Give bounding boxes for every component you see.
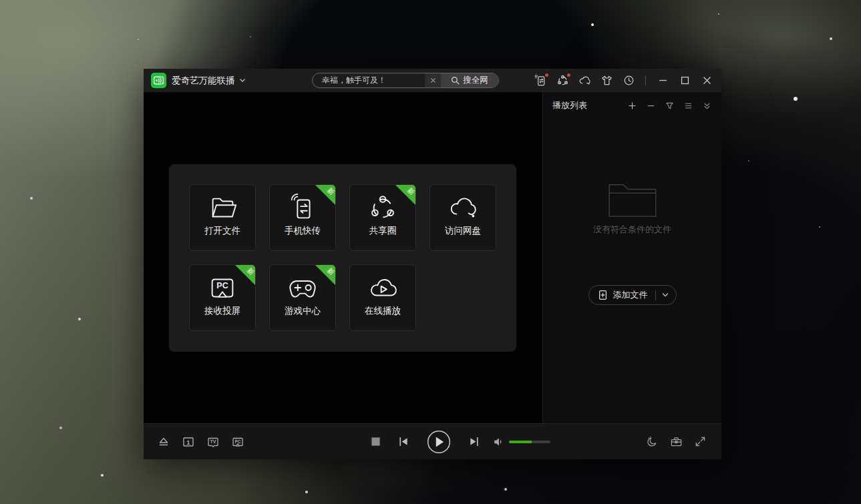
search-clear-button[interactable] [425,73,441,87]
next-button[interactable] [468,435,481,448]
app-logo [151,73,166,88]
tile-label: 在线播放 [365,305,401,317]
volume-icon [492,436,504,448]
new-badge-text: 新 [405,186,416,198]
close-button[interactable] [700,74,713,87]
tile-phone-transfer[interactable]: 新 手机快传 [269,184,336,251]
search-button[interactable]: 搜全网 [441,73,498,87]
empty-folder-icon [607,180,659,218]
chevron-down-icon[interactable] [661,292,669,298]
phone-transfer-icon [287,192,318,223]
close-icon [430,77,436,83]
new-badge-text: 新 [325,266,336,278]
playlist-listmode-button[interactable] [683,101,693,111]
svg-text:PC: PC [234,439,240,443]
tv-cast-icon: TV [206,435,220,449]
playlist-panel: 播放列表 [542,92,721,424]
search-input[interactable]: 幸福，触手可及！ [313,73,441,87]
toolbox-icon [670,435,683,448]
pc-cast-icon: PC [231,435,244,449]
play-button[interactable] [426,429,452,455]
new-badge-text: 新 [245,266,256,278]
filter-funnel-icon [665,101,674,110]
tile-label: 访问网盘 [445,225,481,237]
window-body: 打开文件 新 手机快传 [144,92,721,424]
list-icon [684,101,693,110]
playlist-add-button[interactable] [627,101,637,111]
stop-button[interactable] [371,437,381,447]
playlist-collapse-button[interactable] [702,101,712,111]
history-clock-icon [623,74,635,87]
play-icon [426,429,452,455]
gamepad-icon [287,272,318,303]
night-mode-button[interactable] [646,435,659,448]
volume-slider[interactable] [509,441,550,443]
stop-icon [371,437,381,447]
next-track-icon [468,435,481,448]
notification-dot [567,73,570,77]
tile-label: 共享圈 [369,225,397,237]
titlebar: 爱奇艺万能联播 幸福，触手可及！ [144,69,721,92]
skin-button[interactable] [600,74,613,87]
tile-open-file[interactable]: 打开文件 [189,184,256,251]
tv-cast-button[interactable]: TV [206,435,220,449]
maximize-button[interactable] [678,74,691,87]
controls-left: 1 TV PC [157,424,244,459]
phone-transfer-button[interactable] [534,74,547,87]
app-logo-icon [153,75,164,86]
tile-game-center[interactable]: 新 游戏中心 [269,264,336,331]
minimize-button[interactable] [656,74,669,87]
app-title: 爱奇艺万能联播 [172,75,235,87]
history-button[interactable] [622,74,635,87]
add-file-button[interactable]: 添加文件 [588,285,677,305]
pc-cast-icon: PC [207,272,238,303]
new-badge: 新 [315,264,336,286]
app-title-menu[interactable]: 爱奇艺万能联播 [172,69,246,92]
playlist-title: 播放列表 [552,99,587,111]
minus-icon [647,101,655,110]
desktop-wallpaper: 爱奇艺万能联播 幸福，触手可及！ [0,0,861,504]
playback-speed-button[interactable]: 1 [182,435,195,449]
cloud-play-icon [367,272,398,303]
share-circle-button[interactable] [556,74,569,87]
previous-button[interactable] [397,435,409,448]
cloud-drive-button[interactable] [578,74,591,87]
search-placeholder: 幸福，触手可及！ [322,75,425,86]
tile-label: 打开文件 [204,225,240,237]
tile-receive-cast[interactable]: PC 新 接收投屏 [189,264,256,331]
transport-controls [371,424,550,459]
fullscreen-button[interactable] [694,435,707,448]
search-button-label: 搜全网 [463,75,488,86]
plus-icon [628,101,637,110]
tile-online-play[interactable]: 在线播放 [349,264,416,331]
skin-tshirt-icon [600,74,613,87]
tile-label: 游戏中心 [285,305,321,317]
volume-button[interactable] [492,436,504,448]
playlist-empty-state: 没有符合条件的文件 [543,180,721,236]
previous-track-icon [397,435,409,448]
snow-particles [0,0,1,1]
search-icon [451,76,460,85]
controls-right [646,424,707,459]
folder-open-icon [207,192,238,223]
add-file-label: 添加文件 [613,289,648,301]
new-badge: 新 [234,264,256,286]
playlist-remove-button[interactable] [646,101,656,111]
eject-button[interactable] [157,435,170,449]
toolbox-button[interactable] [670,435,683,448]
night-mode-moon-icon [646,435,659,448]
tile-label: 接收投屏 [204,305,240,317]
new-badge: 新 [395,184,416,206]
chevron-down-icon [239,78,246,83]
tile-cloud-drive[interactable]: 访问网盘 [429,184,496,251]
speed-1x-icon: 1 [182,435,195,449]
tile-share-circle[interactable]: 新 共享圈 [349,184,416,251]
new-badge-text: 新 [325,186,336,198]
playlist-filter-button[interactable] [665,101,675,111]
svg-text:PC: PC [216,281,228,290]
pc-cast-button[interactable]: PC [231,435,244,449]
cloud-drive-icon [578,74,591,87]
add-file-icon [598,290,608,300]
svg-text:TV: TV [210,439,216,444]
double-chevron-down-icon [703,101,711,110]
